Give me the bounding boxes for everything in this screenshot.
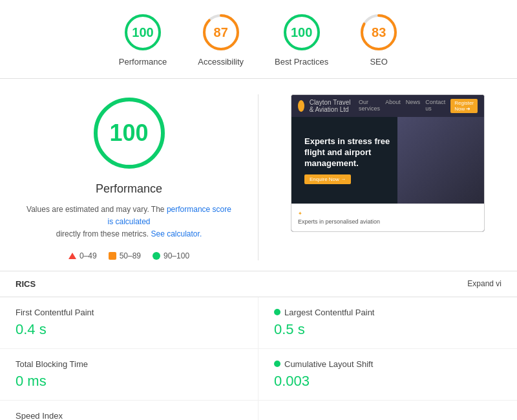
legend-red-range: 0–49 [79, 251, 97, 260]
screenshot-hero: Experts in stress free flight and airpor… [291, 117, 484, 204]
fcp-value: 0.4 s [16, 321, 242, 338]
register-cta: Register Now ➜ [450, 99, 478, 113]
nav-contact: Contact us [425, 99, 445, 113]
score-item-seo[interactable]: 83 SEO [359, 13, 398, 67]
metric-lcp: Largest Contentful Paint 0.5 s [258, 297, 517, 349]
fcp-name: First Contentful Paint [16, 308, 242, 317]
main-content: 100 Performance Values are estimated and… [0, 79, 517, 260]
metric-cls: Cumulative Layout Shift 0.003 [258, 349, 517, 401]
best-practices-score: 100 [291, 25, 312, 40]
score-circle-accessibility: 87 [202, 13, 240, 52]
cls-dot-icon [274, 361, 280, 367]
legend-red: 0–49 [69, 251, 97, 260]
lcp-dot-icon [274, 309, 280, 315]
seo-score: 83 [372, 25, 386, 40]
metrics-header: RICS Expand vi [0, 271, 517, 297]
si-name: Speed Index [16, 411, 242, 420]
screenshot-topbar: Clayton Travel & Aviation Ltd Our servic… [291, 95, 484, 117]
tbt-name: Total Blocking Time [16, 359, 242, 369]
website-screenshot: Clayton Travel & Aviation Ltd Our servic… [291, 94, 485, 232]
scores-bar: 100 Performance 87 Accessibility 100 Bes… [0, 0, 517, 79]
lcp-value: 0.5 s [274, 321, 501, 338]
site-brand: Clayton Travel & Aviation Ltd [310, 99, 353, 113]
performance-heading: Performance [96, 182, 162, 196]
desc-text: Values are estimated and may vary. The [26, 205, 164, 214]
legend-orange: 50–89 [109, 251, 141, 260]
desc-mid: directly from these metrics. [56, 229, 149, 238]
accessibility-label: Accessibility [198, 57, 244, 67]
sub-section-text: Experts in personalised aviation [298, 218, 478, 225]
metrics-grid: First Contentful Paint 0.4 s Largest Con… [0, 297, 517, 420]
right-panel: Clayton Travel & Aviation Ltd Our servic… [258, 94, 517, 260]
score-circle-performance: 100 [123, 13, 162, 52]
accessibility-score: 87 [214, 25, 228, 40]
cls-name: Cumulative Layout Shift [274, 359, 501, 369]
fcp-label: First Contentful Paint [16, 308, 94, 317]
legend-green-range: 90–100 [164, 251, 189, 260]
screenshot-sub-section: ✦ Experts in personalised aviation [291, 204, 484, 231]
hero-heading: Experts in stress free flight and airpor… [304, 136, 395, 169]
lcp-name: Largest Contentful Paint [274, 308, 501, 317]
legend-green: 90–100 [153, 251, 189, 260]
tbt-label: Total Blocking Time [16, 359, 88, 369]
tbt-value: 0 ms [16, 373, 242, 390]
score-item-best-practices[interactable]: 100 Best Practices [275, 13, 328, 67]
score-legend: 0–49 50–89 90–100 [69, 251, 189, 260]
calculator-link[interactable]: See calculator. [151, 229, 202, 238]
red-triangle-icon [69, 253, 76, 259]
performance-description: Values are estimated and may vary. The p… [26, 204, 233, 241]
left-panel: 100 Performance Values are estimated and… [0, 94, 258, 260]
best-practices-label: Best Practices [275, 57, 328, 67]
seo-label: SEO [370, 57, 387, 67]
performance-label: Performance [119, 57, 167, 67]
green-circle-icon [153, 252, 160, 260]
nav-about: About [385, 99, 401, 113]
metric-si: Speed Index 0.6 s [0, 401, 258, 420]
metrics-section: RICS Expand vi First Contentful Paint 0.… [0, 271, 517, 420]
site-nav: Our services About News Contact us Regis… [359, 99, 478, 113]
legend-orange-range: 50–89 [120, 251, 141, 260]
score-circle-seo: 83 [359, 13, 398, 52]
sub-section-label: ✦ [298, 211, 478, 216]
performance-score: 100 [132, 25, 153, 40]
expand-button[interactable]: Expand vi [467, 279, 501, 288]
metrics-title: RICS [16, 279, 36, 289]
nav-news: News [406, 99, 421, 113]
nav-services: Our services [359, 99, 380, 113]
lcp-label: Largest Contentful Paint [284, 308, 374, 317]
big-score-circle: 100 [90, 94, 168, 172]
hero-text: Experts in stress free flight and airpor… [304, 136, 471, 184]
hero-cta-button[interactable]: Enquire Now → [304, 174, 351, 184]
orange-square-icon [109, 252, 116, 260]
metric-tbt: Total Blocking Time 0 ms [0, 349, 258, 401]
score-item-accessibility[interactable]: 87 Accessibility [198, 13, 244, 67]
si-label: Speed Index [16, 411, 63, 420]
score-item-performance[interactable]: 100 Performance [119, 13, 167, 67]
metric-fcp: First Contentful Paint 0.4 s [0, 297, 258, 349]
cls-label: Cumulative Layout Shift [284, 359, 373, 369]
cls-value: 0.003 [274, 373, 501, 390]
big-performance-score: 100 [109, 120, 148, 147]
site-logo-icon [298, 100, 304, 112]
score-circle-best-practices: 100 [282, 13, 321, 52]
